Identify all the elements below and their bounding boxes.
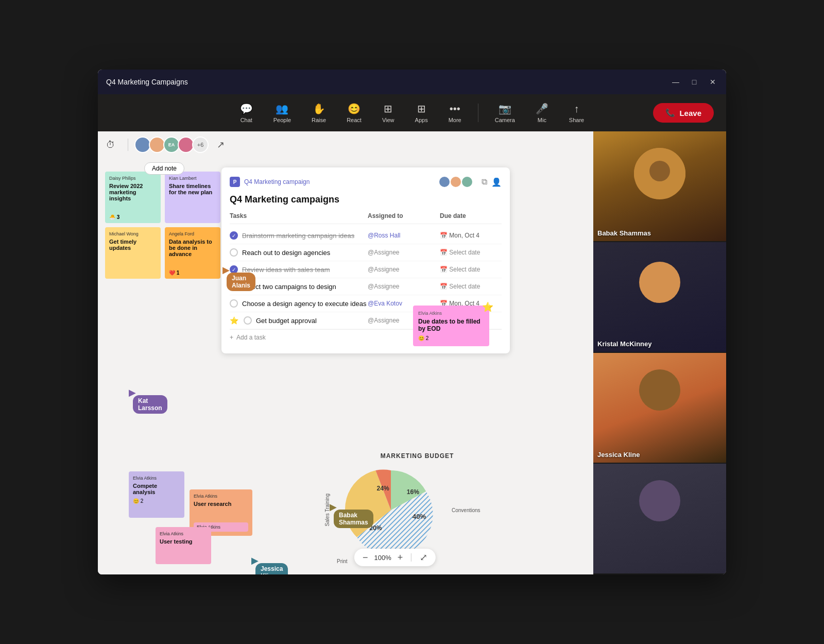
fs-emoji: 😊 2 — [418, 335, 484, 341]
fs-content: Due dates to be filled by EOD — [418, 318, 484, 332]
sticky-notes-grid: Daisy Philips Review 2022 marketing insi… — [105, 172, 220, 279]
zoom-out-button[interactable]: − — [363, 552, 368, 563]
task-date-1: 📅 Mon, Oct 4 — [440, 232, 502, 239]
video-panel: Babak Shammas Kristal McKinney Jessica K… — [593, 131, 726, 574]
video-bg-kristal — [593, 242, 726, 352]
task-checkbox-5[interactable] — [230, 299, 238, 308]
toolbar-item-view[interactable]: ⊞ View — [374, 98, 403, 127]
col-assignee: Assigned to — [368, 212, 440, 219]
toolbar-item-people[interactable]: 👥 People — [265, 98, 299, 127]
sticky-emoji-4: ❤️ 1 — [169, 270, 179, 276]
sticky-author-1: Daisy Philips — [109, 176, 157, 181]
chat-icon: 💬 — [240, 103, 253, 115]
leave-label: Leave — [679, 109, 701, 117]
zoom-level: 100% — [374, 554, 391, 562]
toolbar-item-camera[interactable]: 📷 Camera — [487, 98, 523, 127]
cursor-juan: ▶ Juan Alanis — [222, 264, 230, 276]
react-label: React — [347, 117, 362, 123]
fullscreen-button[interactable]: ⤢ — [420, 552, 427, 563]
task-name-cell: Choose a design agency to execute ideas — [230, 299, 368, 308]
close-button[interactable]: ✕ — [708, 77, 718, 87]
video-name-jessica: Jessica Kline — [597, 451, 640, 459]
toolbar-item-share[interactable]: ↑ Share — [561, 99, 592, 127]
conventions-label: Conventions — [452, 507, 480, 513]
task-icon-btns: ⧉ 👤 — [482, 177, 502, 187]
budget-title: MARKETING BUDGET — [324, 452, 510, 460]
leave-button[interactable]: 📞 Leave — [653, 103, 714, 123]
task-checkbox-3[interactable]: ✓ — [230, 265, 238, 274]
toolbar-item-react[interactable]: 😊 React — [338, 98, 370, 127]
bn-content-1: Compete analysis — [133, 483, 180, 495]
sticky-note-1: Daisy Philips Review 2022 marketing insi… — [105, 172, 161, 223]
meeting-info-bar: ⏱ EA +6 ↗ — [98, 131, 593, 158]
task-checkbox-1[interactable]: ✓ — [230, 231, 238, 240]
raise-icon: ✋ — [313, 103, 325, 115]
toolbar-item-raise[interactable]: ✋ Raise — [303, 98, 334, 127]
avatar-extra-count: +6 — [192, 137, 209, 153]
bn-content-2: User research — [194, 501, 248, 507]
sticky-content-4: Data analysis to be done in advance — [169, 239, 216, 257]
table-row: ✓ Review ideas with sales team @Assignee… — [230, 261, 502, 278]
task-table-header: Tasks Assigned to Due date — [230, 212, 502, 224]
bn-content-3: User testing — [160, 538, 207, 545]
video-feed-babak: Babak Shammas — [593, 131, 726, 242]
task-checkbox-6[interactable] — [244, 316, 252, 325]
video-feed-jessica: Jessica Kline — [593, 353, 726, 464]
video-name-kristal: Kristal McKinney — [597, 340, 651, 348]
task-checkbox-2[interactable] — [230, 248, 238, 257]
add-task-icon: + — [230, 334, 233, 341]
cursor-babak: ▶ Babak Shammas — [330, 501, 337, 513]
add-note-button[interactable]: Add note — [144, 162, 184, 175]
task-checkbox-4[interactable] — [230, 282, 238, 291]
leave-phone-icon: 📞 — [665, 108, 675, 117]
task-text-5: Choose a design agency to execute ideas — [242, 300, 366, 308]
task-date-3: 📅 Select date — [440, 266, 502, 273]
task-assignee-1: @Ross Hall — [368, 232, 440, 239]
minimize-button[interactable]: — — [671, 77, 681, 87]
mic-label: Mic — [538, 117, 546, 123]
pie-label-40: 40% — [413, 513, 426, 520]
print-label: Print — [337, 558, 348, 564]
toolbar-item-apps[interactable]: ⊞ Apps — [407, 98, 436, 127]
participant-avatars: EA +6 — [134, 137, 209, 153]
babak-glasses — [649, 161, 670, 181]
cursor-label-kat: Kat Larsson — [133, 395, 167, 414]
budget-chart-area: Sales Training — [324, 464, 510, 556]
toolbar-item-chat[interactable]: 💬 Chat — [232, 98, 261, 127]
whiteboard-area[interactable]: ⏱ EA +6 ↗ Add note Daisy Philips Review … — [98, 131, 593, 574]
share-screen-icon[interactable]: ↗ — [217, 139, 225, 150]
task-date-2: 📅 Select date — [440, 249, 502, 256]
zoom-in-button[interactable]: + — [398, 552, 403, 563]
fs-author: Elvia Atkins — [418, 311, 484, 316]
camera-label: Camera — [495, 117, 515, 123]
cursor-kat: ▶ Kat Larsson — [129, 387, 136, 398]
task-text-6: Get budget approval — [256, 317, 317, 325]
sticky-note-3: Michael Wong Get timely updates — [105, 227, 161, 279]
avatar-kristal — [639, 262, 680, 303]
sticky-content-3: Get timely updates — [109, 239, 157, 251]
task-text-3: Review ideas with sales team — [242, 266, 330, 274]
toolbar-item-mic[interactable]: 🎤 Mic — [527, 98, 557, 127]
info-bar-divider — [128, 139, 128, 151]
camera-icon: 📷 — [499, 103, 511, 115]
task-name-cell: ✓ Brainstorm marketing campaign ideas — [230, 231, 368, 240]
task-copy-icon[interactable]: ⧉ — [482, 177, 487, 187]
maximize-button[interactable]: □ — [689, 77, 699, 87]
task-date-4: 📅 Select date — [440, 283, 502, 290]
task-card-header: P Q4 Marketing campaign ⧉ 👤 — [230, 176, 502, 188]
task-text-4: Select two campaigns to design — [242, 283, 336, 291]
main-window: Q4 Marketing Campaigns — □ ✕ 💬 Chat 👥 Pe… — [98, 70, 726, 574]
sticky-star: ⭐ — [482, 301, 493, 313]
star-icon: ⭐ — [230, 316, 238, 325]
floating-sticky-duedates: ⭐ Elvia Atkins Due dates to be filled by… — [413, 306, 489, 346]
task-people-icon[interactable]: 👤 — [491, 177, 502, 187]
toolbar-divider — [478, 104, 478, 122]
apps-label: Apps — [415, 117, 428, 123]
sticky-content-2: Share timelines for the new plan — [169, 183, 216, 195]
avatar-4th — [639, 480, 680, 521]
view-icon: ⊞ — [384, 103, 392, 115]
toolbar-item-more[interactable]: ••• More — [440, 99, 470, 127]
pie-label-16: 16% — [407, 488, 419, 496]
task-name-cell: Reach out to design agencies — [230, 248, 368, 257]
table-row: Select two campaigns to design @Assignee… — [230, 278, 502, 295]
